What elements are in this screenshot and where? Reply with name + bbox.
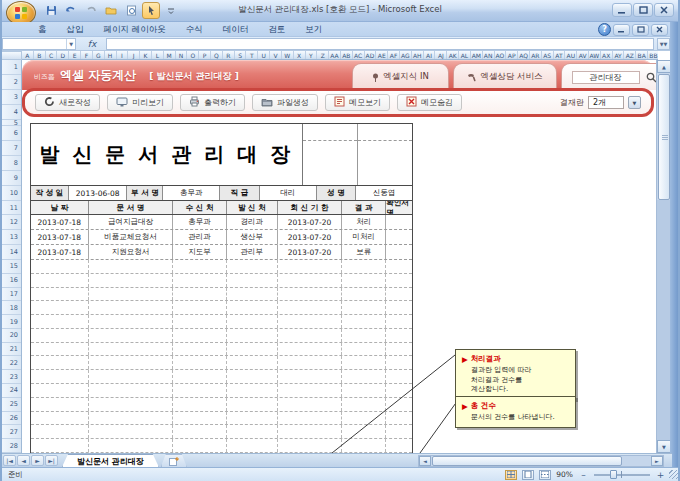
table-cell[interactable]: 2013-07-20 <box>278 215 343 229</box>
table-cell[interactable]: 총무과 <box>173 215 227 229</box>
column-header[interactable]: R <box>223 51 235 60</box>
table-empty-cell[interactable] <box>31 370 89 383</box>
column-header[interactable]: AR <box>530 51 542 60</box>
table-empty-cell[interactable] <box>31 343 89 356</box>
table-empty-cell[interactable] <box>386 288 412 301</box>
search-icon[interactable] <box>646 72 657 83</box>
table-empty-cell[interactable] <box>227 370 278 383</box>
table-empty-cell[interactable] <box>278 274 343 287</box>
table-empty-row[interactable] <box>31 260 412 274</box>
doc-close-icon[interactable] <box>651 24 668 36</box>
table-empty-cell[interactable] <box>227 412 278 425</box>
table-empty-cell[interactable] <box>173 315 227 328</box>
table-empty-row[interactable] <box>31 329 412 343</box>
table-empty-cell[interactable] <box>89 425 174 438</box>
approval-dropdown-icon[interactable]: ▼ <box>628 96 641 109</box>
table-empty-cell[interactable] <box>89 288 174 301</box>
column-header[interactable]: AX <box>601 51 613 60</box>
row-headers[interactable]: 1234567891011121314151617181920212223242… <box>0 60 22 453</box>
table-empty-cell[interactable] <box>173 384 227 397</box>
info-value[interactable]: 2013-06-08 <box>69 186 128 200</box>
column-header[interactable]: AS <box>542 51 554 60</box>
table-empty-cell[interactable] <box>173 288 227 301</box>
table-empty-cell[interactable] <box>342 356 386 369</box>
row-header[interactable]: 1 <box>0 60 21 75</box>
table-cell[interactable]: 2013-07-20 <box>278 230 343 244</box>
table-empty-cell[interactable] <box>278 260 343 273</box>
zoom-slider[interactable] <box>594 469 650 480</box>
table-empty-row[interactable] <box>31 356 412 370</box>
column-header[interactable]: Q <box>211 51 223 60</box>
minimize-icon[interactable] <box>612 3 632 17</box>
table-empty-cell[interactable] <box>278 288 343 301</box>
row-header[interactable]: 22 <box>0 356 21 370</box>
column-header[interactable]: AA <box>329 51 341 60</box>
table-empty-cell[interactable] <box>386 356 412 369</box>
table-empty-row[interactable] <box>31 315 412 329</box>
row-header[interactable]: 2 <box>0 75 21 90</box>
column-header[interactable]: M <box>164 51 176 60</box>
table-empty-cell[interactable] <box>173 356 227 369</box>
table-row[interactable]: 2013-07-18급여지급대장총무과경리과2013-07-20처리 <box>31 215 412 230</box>
table-cell[interactable]: 경리과 <box>227 215 278 229</box>
table-cell[interactable]: 2013-07-18 <box>31 245 89 259</box>
table-empty-cell[interactable] <box>89 439 174 452</box>
table-empty-cell[interactable] <box>278 425 343 438</box>
row-header[interactable]: 9 <box>0 171 21 186</box>
table-empty-cell[interactable] <box>227 315 278 328</box>
column-header[interactable]: C <box>46 51 58 60</box>
table-cell[interactable]: 미처리 <box>342 230 386 244</box>
table-empty-cell[interactable] <box>386 315 412 328</box>
column-header[interactable]: AW <box>589 51 601 60</box>
column-header[interactable]: T <box>246 51 258 60</box>
scroll-left-icon[interactable]: ◄ <box>419 456 431 466</box>
table-empty-cell[interactable] <box>227 356 278 369</box>
column-header[interactable]: AD <box>365 51 377 60</box>
table-empty-cell[interactable] <box>227 398 278 411</box>
column-header[interactable]: AK <box>447 51 459 60</box>
table-empty-cell[interactable] <box>227 260 278 273</box>
table-empty-cell[interactable] <box>342 260 386 273</box>
table-empty-cell[interactable] <box>89 301 174 314</box>
table-cell[interactable]: 비품교체요청서 <box>89 230 174 244</box>
table-empty-cell[interactable] <box>278 370 343 383</box>
table-empty-cell[interactable] <box>342 343 386 356</box>
column-header[interactable]: AL <box>459 51 471 60</box>
table-empty-cell[interactable] <box>89 260 174 273</box>
table-empty-cell[interactable] <box>278 329 343 342</box>
column-header[interactable]: AJ <box>435 51 447 60</box>
next-sheet-icon[interactable]: ► <box>31 455 44 466</box>
table-cell[interactable]: 처리 <box>342 215 386 229</box>
table-empty-cell[interactable] <box>342 398 386 411</box>
row-header[interactable]: 18 <box>0 301 21 315</box>
table-empty-cell[interactable] <box>173 412 227 425</box>
table-empty-cell[interactable] <box>278 398 343 411</box>
table-empty-cell[interactable] <box>278 301 343 314</box>
page-break-view-icon[interactable] <box>539 470 551 480</box>
column-header[interactable]: S <box>235 51 247 60</box>
table-empty-cell[interactable] <box>227 384 278 397</box>
zoom-slider-thumb[interactable] <box>610 470 617 479</box>
table-empty-row[interactable] <box>31 301 412 315</box>
table-cell[interactable]: 2013-07-20 <box>278 245 343 259</box>
column-header[interactable]: Y <box>306 51 318 60</box>
last-sheet-icon[interactable]: ►| <box>45 455 58 466</box>
table-cell[interactable]: 지도부 <box>173 245 227 259</box>
table-cell[interactable]: 관리부 <box>227 245 278 259</box>
table-empty-cell[interactable] <box>342 384 386 397</box>
ribbon-tab[interactable]: 수식 <box>176 22 213 37</box>
row-header[interactable]: 6 <box>0 126 21 141</box>
ribbon-tab[interactable]: 페이지 레이아웃 <box>94 22 176 37</box>
doc-restore-icon[interactable] <box>632 24 649 36</box>
approval-count-select[interactable]: 2개 <box>588 96 624 109</box>
resize-grip[interactable] <box>669 470 678 479</box>
table-empty-cell[interactable] <box>386 439 412 452</box>
table-empty-row[interactable] <box>31 412 412 426</box>
table-empty-cell[interactable] <box>31 398 89 411</box>
table-empty-row[interactable] <box>31 384 412 398</box>
table-empty-cell[interactable] <box>173 329 227 342</box>
column-header[interactable]: AH <box>412 51 424 60</box>
column-header[interactable]: Z <box>317 51 329 60</box>
column-header[interactable]: AM <box>471 51 483 60</box>
column-header[interactable]: AN <box>483 51 495 60</box>
